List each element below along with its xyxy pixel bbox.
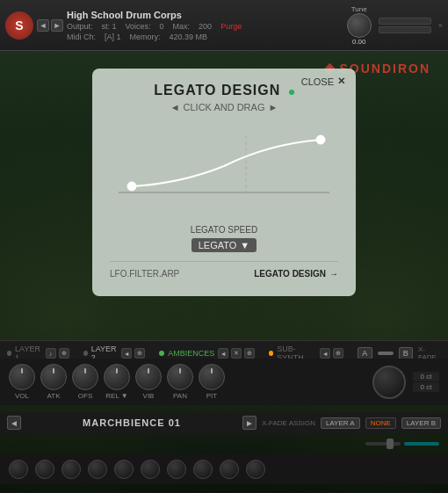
subsynth-dot [269,351,273,356]
slider1[interactable] [379,18,431,25]
output-label: Output: [67,22,93,31]
tune-label: Tune [351,5,367,13]
small-knob-4[interactable] [88,460,107,479]
subsynth-icons: ◄ ⊕ [320,348,343,359]
legato-curve[interactable] [110,127,338,214]
top-sliders [379,18,431,33]
purge-btn[interactable]: Purge [220,22,242,31]
small-knob-9[interactable] [220,460,239,479]
amb-close-icon[interactable]: ✕ [231,348,242,359]
nav-next[interactable]: ► [51,19,63,32]
vol-knob[interactable] [9,364,35,390]
preset-prev[interactable]: ◄ [7,416,21,430]
value2: 0 ct [413,382,439,392]
small-knob-8[interactable] [193,460,213,479]
layer2-icons: ◄ ⊕ [121,348,145,359]
pit-label: PIT [206,392,217,400]
close-btn[interactable]: × [438,21,443,30]
popup-footer: LFO.FILTER.ARP LEGATO DESIGN → [110,261,338,279]
ambiences-dot [159,351,164,356]
close-label: CLOSE [301,76,334,87]
ofs-knob[interactable] [72,364,98,390]
vib-knob[interactable] [135,364,162,390]
pit-group: PIT [199,364,225,400]
popup-close-btn[interactable]: CLOSE ✕ [301,76,345,87]
sub-link-icon[interactable]: ⊕ [333,348,343,359]
knob-row: VOL ATK OFS REL ▼ VIB PAN PIT [0,359,448,405]
layer2-speaker-icon[interactable]: ◄ [121,348,132,359]
ambiences-icons: ◄ ✕ ⊕ [218,348,255,359]
svg-point-3 [316,135,325,144]
nav-prev[interactable]: ◄ [37,19,49,32]
tune-knob[interactable] [347,13,372,38]
layer1-speaker-icon[interactable]: ♪ [46,348,56,359]
pan-group: PAN [167,364,193,400]
ambiences-tab[interactable]: AMBIENCES ◄ ✕ ⊕ [159,348,255,359]
subtitle-arrow-left: ◄ [170,102,180,112]
output-value: st: 1 [102,22,117,31]
rel-group: REL ▼ [104,364,130,400]
legato-select[interactable]: LEGATO ▼ [191,238,257,252]
vol-group: VOL [9,364,35,400]
small-knob-6[interactable] [141,460,160,479]
preset-name: MARCHBIENCE 01 [25,417,239,428]
layer1-icons: ♪ ⊕ [46,348,69,359]
small-knob-5[interactable] [114,460,134,479]
active-tab-label: LEGATO DESIGN [254,269,326,279]
slider2[interactable] [379,26,431,33]
subtitle-text: CLICK AND DRAG [184,102,265,112]
curve-container[interactable] [110,127,338,214]
value1: 0 ct [413,372,439,381]
small-knob-3[interactable] [61,460,81,479]
lfo-filter-tab[interactable]: LFO.FILTER.ARP [110,269,179,279]
small-knob-row [0,454,448,484]
a-btn[interactable]: A [358,347,372,359]
legato-title: LEGATO DESIGN [154,83,280,98]
main-area: ◈ SOUNDIRON CLOSE ✕ LEGATO DESIGN ◄ CLIC… [0,51,448,493]
pan-knob[interactable] [167,364,193,390]
layer1-link-icon[interactable]: ⊕ [59,348,69,359]
ambiences-label: AMBIENCES [168,349,214,358]
atk-knob[interactable] [40,364,67,390]
amb-speaker-icon[interactable]: ◄ [218,348,228,359]
logo-letter: S [15,18,23,33]
small-knob-2[interactable] [35,460,54,479]
subtitle-arrow-right: ► [268,102,278,112]
active-tab: LEGATO DESIGN → [254,269,338,279]
rel-knob[interactable] [104,364,130,390]
small-knob-7[interactable] [167,460,186,479]
eq-slider1[interactable] [365,442,401,446]
top-info: High School Drum Corps Output: st: 1 Voi… [67,10,343,41]
preset-next[interactable]: ► [242,416,257,430]
voices-value: 0 [160,22,164,31]
layer2-link-icon[interactable]: ⊕ [134,348,145,359]
pit-knob[interactable] [199,364,225,390]
small-knob-1[interactable] [9,460,28,479]
tune-block: Tune 0.00 [347,5,372,46]
legato-popup: CLOSE ✕ LEGATO DESIGN ◄ CLICK AND DRAG ► [92,69,356,296]
teal-bar [404,442,439,446]
layer-b-btn[interactable]: LAYER B [401,417,441,429]
midi-label: Midi Ch: [67,33,96,41]
preset-row: ◄ MARCHBIENCE 01 ► X-FADE ASSIGN LAYER A… [0,412,448,433]
layer-a-btn[interactable]: LAYER A [321,417,360,429]
info-row1: Output: st: 1 Voices: 0 Max: 200 Purge [67,22,343,31]
sub-speaker-icon[interactable]: ◄ [320,348,330,359]
atk-group: ATK [40,364,67,400]
vol-label: VOL [15,392,29,400]
ab-slider[interactable] [378,352,394,355]
b-btn[interactable]: B [399,347,413,359]
top-bar: S ◄ ► High School Drum Corps Output: st:… [0,0,448,51]
svg-point-2 [127,182,136,191]
amb-link-icon[interactable]: ⊕ [244,348,255,359]
max-label: Max: [173,22,191,31]
small-knob-10[interactable] [246,460,265,479]
vib-label: VIB [143,392,155,400]
close-x-icon: ✕ [337,76,345,87]
xfade-assign-label: X-FADE ASSIGN [262,419,315,427]
atk-label: ATK [47,392,61,400]
large-knob[interactable] [372,366,406,399]
voices-label: Voices: [126,22,151,31]
select-arrow-icon: ▼ [240,240,249,250]
none-indicator: NONE [365,417,396,429]
